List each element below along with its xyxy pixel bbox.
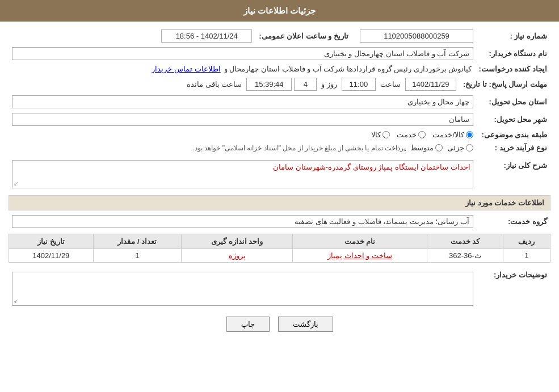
page-header: جزئیات اطلاعات نیاز bbox=[0, 0, 559, 22]
services-table: ردیف کد خدمت نام خدمت واحد اندازه گیری ت… bbox=[9, 234, 550, 263]
days-label: روز و bbox=[321, 80, 337, 88]
buyer-notes-box[interactable]: ↙ bbox=[12, 272, 473, 306]
col-row-num: ردیف bbox=[503, 234, 550, 249]
service-group-label: گروه خدمت: bbox=[477, 213, 550, 230]
services-section-title: اطلاعات خدمات مورد نیاز bbox=[9, 195, 550, 210]
requester-label: ایجاد کننده درخواست: bbox=[475, 62, 550, 75]
action-buttons: بازگشت چاپ bbox=[9, 317, 550, 332]
resize-handle-notes: ↙ bbox=[14, 298, 18, 304]
purchase-option-medium[interactable]: متوسط bbox=[410, 144, 443, 152]
requester-link[interactable]: اطلاعات تماس خریدار bbox=[152, 65, 220, 73]
reply-deadline-label: مهلت ارسال پاسخ: تا تاریخ: bbox=[460, 75, 550, 93]
need-desc-value: احداث ساختمان ایستگاه پمپاژ روستای گرمدر… bbox=[273, 163, 470, 171]
province-value: چهار محال و بختیاری bbox=[12, 95, 473, 108]
cell-row-num: 1 bbox=[503, 249, 550, 263]
category-option-kala-khadamat[interactable]: کالا/خدمت bbox=[432, 130, 473, 139]
city-value: سامان bbox=[12, 113, 473, 126]
requester-value: کیانوش برخورداری رئیس گروه قراردادها شرک… bbox=[224, 65, 472, 73]
col-unit: واحد اندازه گیری bbox=[182, 234, 293, 249]
cell-unit[interactable]: پروژه bbox=[182, 249, 293, 263]
need-number-label: شماره نیاز : bbox=[477, 27, 550, 45]
purchase-note: پرداخت تمام یا بخشی از مبلغ خریدار از مح… bbox=[193, 144, 406, 152]
col-need-date: تاریخ نیاز bbox=[9, 234, 94, 249]
publish-time-value: 1402/11/24 - 18:56 bbox=[161, 29, 252, 43]
print-button[interactable]: چاپ bbox=[226, 317, 270, 332]
buyer-name-label: نام دستگاه خریدار: bbox=[477, 45, 550, 62]
service-group-value: آب رسانی؛ مدیریت پسماند، فاضلاب و فعالیت… bbox=[12, 215, 473, 228]
time-label: ساعت bbox=[380, 80, 401, 88]
cell-need-date: 1402/11/29 bbox=[9, 249, 94, 263]
reply-date: 1402/11/29 bbox=[405, 78, 456, 91]
buyer-name-value: شرکت آب و فاضلاب استان چهارمحال و بختیار… bbox=[12, 47, 473, 60]
col-service-code: کد خدمت bbox=[427, 234, 503, 249]
page-title: جزئیات اطلاعات نیاز bbox=[243, 6, 316, 15]
category-radio-group: کالا/خدمت خدمت کالا bbox=[12, 130, 473, 139]
need-number-value: 1102005088000259 bbox=[360, 29, 473, 43]
category-label: طبقه بندی موضوعی: bbox=[477, 128, 550, 141]
reply-time: 11:00 bbox=[342, 78, 376, 91]
back-button[interactable]: بازگشت bbox=[278, 317, 333, 332]
publish-time-label: تاریخ و ساعت اعلان عمومی: bbox=[255, 27, 352, 45]
need-desc-box: احداث ساختمان ایستگاه پمپاژ روستای گرمدر… bbox=[12, 160, 473, 188]
reply-remaining: 15:39:44 bbox=[246, 78, 292, 91]
cell-service-code: ث-36-362 bbox=[427, 249, 503, 263]
category-option-khadamat[interactable]: خدمت bbox=[397, 130, 426, 139]
cell-service-name[interactable]: ساخت و احداث پمپاژ bbox=[293, 249, 427, 263]
need-desc-label: شرح کلی نیاز: bbox=[477, 158, 550, 191]
buyer-notes-label: توضیحات خریدار: bbox=[477, 267, 550, 308]
city-label: شهر محل تحویل: bbox=[477, 111, 550, 128]
purchase-option-partial[interactable]: جزئی bbox=[447, 144, 473, 152]
reply-days: 4 bbox=[294, 78, 317, 91]
category-option-kala[interactable]: کالا bbox=[371, 130, 390, 139]
province-label: استان محل تحویل: bbox=[477, 93, 550, 111]
purchase-type-label: نوع فرآیند خرید : bbox=[477, 141, 550, 154]
table-row: 1 ث-36-362 ساخت و احداث پمپاژ پروژه 1 14… bbox=[9, 249, 550, 263]
col-quantity: تعداد / مقدار bbox=[93, 234, 181, 249]
col-service-name: نام خدمت bbox=[293, 234, 427, 249]
resize-handle: ↙ bbox=[14, 180, 18, 187]
remaining-label: ساعت باقی مانده bbox=[187, 80, 242, 88]
cell-quantity: 1 bbox=[93, 249, 181, 263]
